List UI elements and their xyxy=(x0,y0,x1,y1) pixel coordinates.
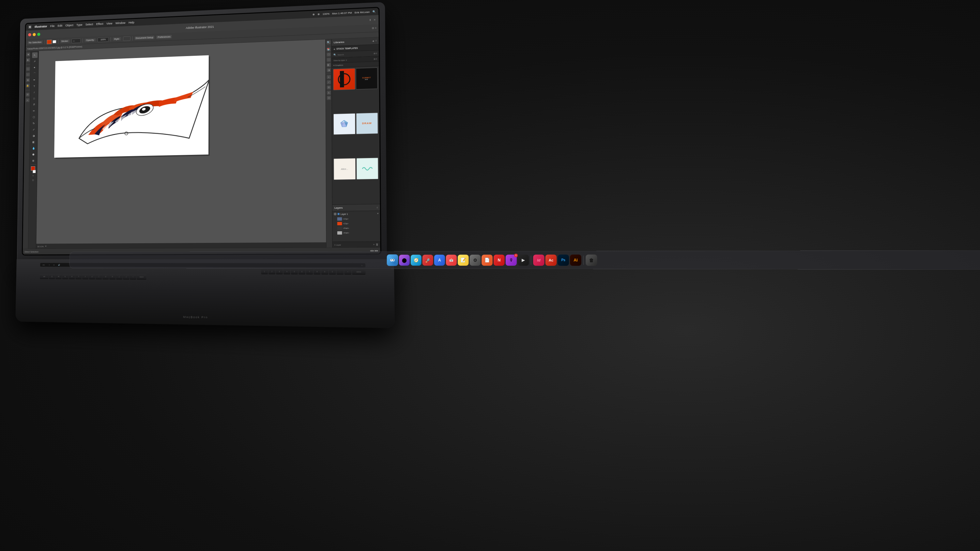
dock-pages[interactable]: 📄 xyxy=(482,255,493,266)
template-1[interactable] xyxy=(333,68,355,90)
char-styles-icon[interactable]: A xyxy=(326,91,331,95)
panel-options-icon[interactable]: ⊞ ≡ xyxy=(374,52,377,54)
rotate-tool[interactable]: ↻ xyxy=(31,120,37,126)
align-panel-icon[interactable]: ≡ xyxy=(326,75,331,79)
key-1[interactable]: 1 xyxy=(261,269,268,274)
menu-select[interactable]: Select xyxy=(86,23,93,26)
back-arrow-icon[interactable]: ◀ xyxy=(333,48,335,50)
key-bracket-r[interactable]: ] xyxy=(123,274,129,279)
align-icon[interactable]: ≡ xyxy=(26,98,29,102)
template-5[interactable]: Alice... xyxy=(333,158,356,180)
dock-notes[interactable]: 📝 xyxy=(458,255,469,266)
panel-menu-icon[interactable]: ≡ xyxy=(375,40,377,42)
view-toggle-icons[interactable]: ⊞ ≡ xyxy=(374,58,377,60)
key-4[interactable]: 4 xyxy=(283,269,290,274)
menu-window[interactable]: Window xyxy=(116,21,126,25)
key-backslash[interactable]: \ xyxy=(130,274,136,279)
screen-mode-tool[interactable]: □ xyxy=(30,177,36,183)
dock-podcasts[interactable]: 🎙 1 xyxy=(506,254,517,265)
zoom-level[interactable]: ⊞ 9.2% xyxy=(38,245,44,248)
direct-selection-tool[interactable]: ↗ xyxy=(32,58,38,64)
library-icon[interactable]: 📚 xyxy=(326,47,331,51)
style-selector[interactable] xyxy=(123,36,130,41)
dock-appstore[interactable]: A xyxy=(434,255,445,266)
key-minus[interactable]: - xyxy=(337,269,344,275)
selection-tool[interactable]: ↖ xyxy=(32,52,38,58)
key-bracket-l[interactable]: [ xyxy=(116,274,123,279)
key-0[interactable]: 0 xyxy=(329,269,336,275)
scale-tool[interactable]: ⤢ xyxy=(31,127,37,132)
menu-file[interactable]: File xyxy=(50,24,55,28)
sublayer-clip-2[interactable]: <Clip> xyxy=(332,221,380,226)
key-2[interactable]: 2 xyxy=(269,269,275,274)
canvas-area[interactable]: ⊞ 9.2% ▼ xyxy=(36,40,326,249)
template-2[interactable]: SUMMIT FIT xyxy=(356,67,378,89)
template-4[interactable]: DRAW xyxy=(356,113,378,134)
sublayer-path-1[interactable]: <Path> xyxy=(332,225,380,230)
key-7[interactable]: 7 xyxy=(306,269,313,275)
search-panel-icon[interactable]: 🔍 xyxy=(326,40,331,44)
eraser-tool[interactable]: ⬡ xyxy=(31,114,37,120)
key-8[interactable]: 8 xyxy=(313,269,320,275)
apple-menu[interactable]: ⌘ xyxy=(29,25,32,29)
lasso-tool[interactable]: ⌒ xyxy=(32,71,37,76)
paintbrush-tool[interactable]: 𝓑 xyxy=(31,102,37,108)
dock-safari[interactable]: 🧭 xyxy=(411,255,422,266)
tb-mission-control[interactable]: ⊞ xyxy=(53,264,54,266)
magic-wand-tool[interactable]: ✦ xyxy=(32,65,37,70)
dock-finder[interactable] xyxy=(387,254,398,266)
key-p[interactable]: P xyxy=(109,274,116,279)
key-equals[interactable]: = xyxy=(344,269,352,275)
gradient-tool[interactable]: ◧ xyxy=(31,139,36,145)
tb-escape[interactable]: esc xyxy=(42,264,45,266)
key-i[interactable]: I xyxy=(95,274,102,279)
fill-color-swatch[interactable] xyxy=(47,40,51,44)
dock-news[interactable]: N xyxy=(493,254,505,265)
key-6[interactable]: 6 xyxy=(299,269,305,275)
menu-search-icon[interactable]: 🔍 xyxy=(372,10,375,13)
close-button[interactable] xyxy=(28,33,31,37)
lock-icon[interactable]: 🔒 xyxy=(26,84,29,88)
menu-view[interactable]: View xyxy=(107,22,112,25)
layer-1-expand[interactable]: ▾ xyxy=(377,212,379,215)
artboard-selector[interactable]: ▼ xyxy=(45,245,47,247)
dock-acrobat[interactable]: Ac xyxy=(546,254,557,265)
artboard-tool[interactable]: ⊞ xyxy=(31,158,36,164)
tb-brightness[interactable]: ☀ xyxy=(49,264,50,266)
dock-photoshop[interactable]: Ps xyxy=(558,254,569,265)
color-mode-icon[interactable]: ⊙ xyxy=(32,175,34,177)
type-tool[interactable]: T xyxy=(32,83,37,89)
menu-object[interactable]: Object xyxy=(65,24,73,27)
key-t[interactable]: T xyxy=(75,274,81,279)
maximize-button[interactable] xyxy=(37,33,40,36)
dock-siri[interactable]: ⬤ xyxy=(399,255,410,265)
key-r[interactable]: R xyxy=(69,274,75,279)
add-layer-icon[interactable]: + xyxy=(373,243,375,246)
menu-help[interactable]: Help xyxy=(129,21,134,24)
pencil-tool[interactable]: ✏ xyxy=(31,108,37,114)
transform-icon[interactable]: ⤢ xyxy=(326,80,331,84)
menu-edit[interactable]: Edit xyxy=(58,24,63,27)
sublayer-clip-1[interactable]: <Clip> xyxy=(332,216,380,221)
template-6[interactable] xyxy=(356,158,379,179)
pen-tool[interactable]: ✒ xyxy=(32,77,37,83)
key-return[interactable]: return xyxy=(137,274,146,279)
color-swatches[interactable] xyxy=(30,166,36,173)
layer-1-visibility[interactable] xyxy=(334,213,336,215)
nav-icon-2[interactable]: ▶ xyxy=(26,58,30,62)
eyedropper-tool[interactable]: 💧 xyxy=(31,145,36,151)
gradient-panel-icon[interactable]: ◧ xyxy=(326,63,331,67)
close-icon[interactable]: ✕ xyxy=(374,18,376,21)
stroke-panel-icon[interactable]: ◌ xyxy=(326,58,331,62)
back-icon[interactable]: ◀ xyxy=(372,40,374,42)
layers-menu-icon[interactable]: ≡ xyxy=(377,206,378,208)
dock-calendar[interactable]: 📅 xyxy=(446,255,457,266)
grid-icon[interactable]: ⊞ xyxy=(26,93,29,97)
eye-icon[interactable]: ◉ xyxy=(26,78,29,82)
dock-trash[interactable]: 🗑 xyxy=(585,254,597,266)
key-w[interactable]: W xyxy=(56,274,62,279)
rect-tool[interactable]: □ xyxy=(31,95,37,102)
dock-indesign[interactable]: Id xyxy=(533,254,544,265)
appearance-icon[interactable]: ◎ xyxy=(326,96,331,100)
stroke-selector[interactable]: — xyxy=(72,38,81,43)
